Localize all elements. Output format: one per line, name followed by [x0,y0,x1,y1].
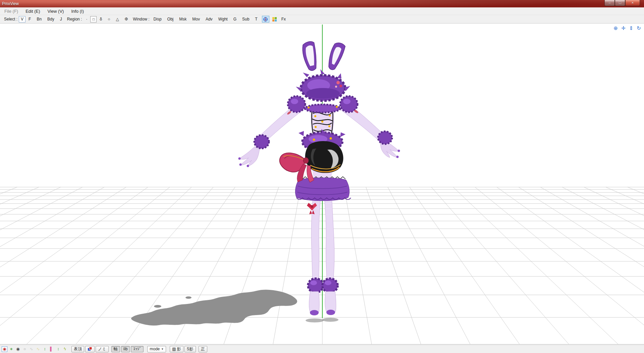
character-model [238,41,400,315]
updown-b-icon[interactable]: ↕ [55,346,61,352]
window-t-button[interactable]: T [252,16,260,23]
wave-b-icon[interactable]: ∿ [35,346,41,352]
select-label: Select : [4,17,17,21]
titlebar[interactable]: PmxView – □ × [0,0,644,7]
window-g-button[interactable]: G [231,16,239,23]
flash-icon[interactable]: ϟ [62,346,68,352]
select-face-button[interactable]: F [26,16,34,23]
shadow-label: 影 [177,346,181,352]
window-mov-button[interactable]: Mov [190,16,203,23]
self-shadow-toggle-button[interactable]: S影 [184,346,196,352]
dark-pouch [305,141,343,173]
record-icon[interactable]: ◉ [15,346,21,352]
rob-toggle-button[interactable]: ﾛb [121,346,130,352]
window-adv-button[interactable]: Adv [203,16,215,23]
bottombar: ◉ ∗ ◉ ○ ∿ ∿ ↕ ▌ ↕ ϟ 表頂 ノミ 軸 ﾛb ｴｯｼﾞ mode… [0,345,644,353]
edge-toggle-button[interactable]: ｴｯｼﾞ [131,346,144,352]
grid-color-icon [272,17,277,22]
mode-label: mode [150,347,160,351]
select-joint-button[interactable]: J [57,16,65,23]
menu-item-info[interactable]: Info (I) [67,8,88,15]
grid-color-toggle[interactable] [271,16,278,23]
region-circle-button[interactable]: ○ [105,16,113,23]
shadow-toggle-button[interactable]: ▨ 影 [170,346,183,352]
axis-cross-icon [263,17,268,22]
pan-view-icon[interactable]: ⊕ [612,25,619,31]
move-view-icon[interactable]: ✛ [620,25,627,31]
toolbar: Select : V F Bn Bdy J Region : · □ δ ○ △… [0,15,644,24]
window-wght-button[interactable]: Wght [216,16,230,23]
region-delta-button[interactable]: δ [97,16,105,23]
material-color-button[interactable] [85,346,95,352]
window-obj-button[interactable]: Obj [165,16,176,23]
menu-item-view[interactable]: View (V) [44,8,68,15]
region-label: Region : [67,17,82,21]
skirt [295,177,351,201]
mode-dropdown[interactable]: mode ▼ [147,346,166,352]
select-vertex-button[interactable]: V [19,16,25,23]
front-vertex-button[interactable]: 表頂 [71,346,84,352]
select-body-button[interactable]: Bdy [45,16,57,23]
window-msk-button[interactable]: Msk [176,16,189,23]
scene-svg [0,24,644,345]
axis-cross-toggle[interactable] [262,16,269,23]
menubar: File (F) Edit (E) View (V) Info (I) [0,7,644,15]
maximize-button[interactable]: □ [615,0,625,6]
menu-item-edit[interactable]: Edit (E) [22,8,44,15]
light-icon[interactable]: ∗ [8,346,14,352]
ankle-cuffs [308,278,338,293]
minimize-button[interactable]: – [604,0,615,6]
fx-button[interactable]: Fx [279,16,288,23]
legs [311,197,334,282]
rotate-view-icon[interactable]: ↻ [636,25,642,31]
hair-fluff [296,69,350,101]
pmxview-window: PmxView – □ × File (F) Edit (E) View (V)… [0,0,644,353]
circle-icon[interactable]: ○ [22,346,28,352]
dropdown-arrow-icon: ▼ [161,348,164,351]
shadow-icon: ▨ [172,347,176,351]
nomi-button[interactable]: ノミ [96,346,109,352]
camera-target-icon[interactable]: ◉ [2,346,7,352]
viewport-nav-icons: ⊕ ✛ ⇕ ↻ [612,25,642,31]
bar-icon[interactable]: ▌ [49,346,54,352]
region-point-button[interactable]: · [83,16,90,23]
region-rect-button[interactable]: □ [90,16,97,23]
window-sub-button[interactable]: Sub [239,16,252,23]
viewport-3d[interactable]: ⊕ ✛ ⇕ ↻ [0,24,644,345]
ortho-toggle-button[interactable]: 正 [199,346,207,352]
updown-a-icon[interactable]: ↕ [42,346,48,352]
caption-buttons: – □ × [604,0,640,6]
close-button[interactable]: × [625,0,640,6]
window-label: Window : [133,17,149,21]
region-phi-button[interactable]: Φ [122,16,131,23]
region-triangle-button[interactable]: △ [113,16,121,23]
axis-toggle-button[interactable]: 軸 [111,346,120,352]
zoom-view-icon[interactable]: ⇕ [628,25,634,31]
bunny-ears [301,41,346,72]
material-color-icon [88,347,92,351]
menu-item-file[interactable]: File (F) [1,8,22,15]
window-disp-button[interactable]: Disp [151,16,164,23]
wave-a-icon[interactable]: ∿ [29,346,34,352]
window-title: PmxView [0,1,19,6]
select-bone-button[interactable]: Bn [34,16,44,23]
